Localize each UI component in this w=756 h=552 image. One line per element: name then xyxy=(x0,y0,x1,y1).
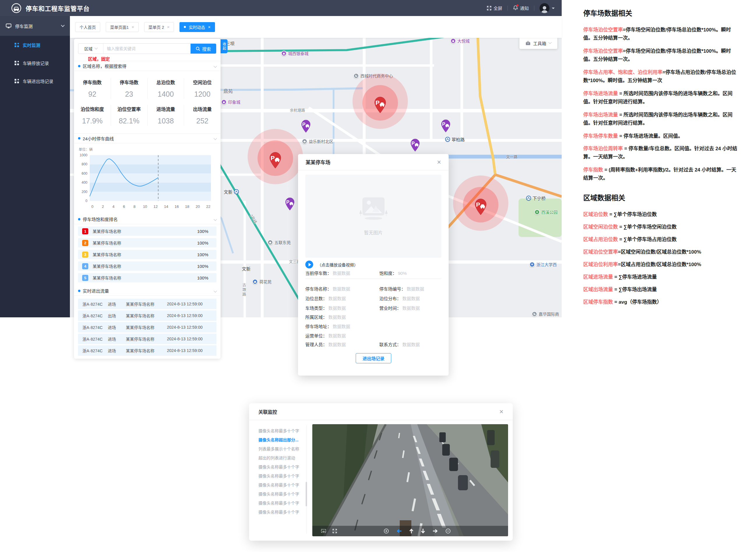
tab-menu-page-1[interactable]: 菜单页面1× xyxy=(106,22,139,32)
flow-row[interactable]: 浙A·8274C进场某某停车场名称2024-8-13 12:59:00 xyxy=(78,299,216,309)
map-poi-cuibailu: 翠柏路 xyxy=(445,136,465,142)
section-realtime-flow[interactable]: 实时进出流量 xyxy=(74,286,221,296)
sidebar-item-entry-exit-records[interactable]: 车辆进出场记录 xyxy=(0,72,70,90)
docs-section-title-parking: 停车场数据相关 xyxy=(583,8,746,18)
close-icon[interactable]: × xyxy=(437,159,441,166)
camera-video-player[interactable] xyxy=(312,424,508,536)
toolbox-button[interactable]: 工具箱 xyxy=(520,38,557,49)
fullscreen-video-icon[interactable] xyxy=(332,529,337,533)
parking-pin-purple[interactable]: P xyxy=(301,120,311,134)
map-poi-chengxiyintai: 城西银泰城 xyxy=(281,50,309,56)
chevron-collapse-icon[interactable] xyxy=(214,64,217,67)
camera-list-item[interactable]: 摄像头名称最多十个字 xyxy=(258,426,307,435)
snapshot-icon[interactable] xyxy=(321,529,326,533)
user-avatar[interactable] xyxy=(540,3,549,13)
docs-panel: 停车场数据相关 停车场泊位空置率=停车场空闲泊位数/停车场总泊位数*100%。瞬… xyxy=(583,8,746,311)
flow-row[interactable]: 浙A·8274C出场某某停车场名称2024-8-13 12:59:00 xyxy=(78,310,216,321)
pan-right-icon[interactable] xyxy=(433,529,438,533)
camera-list-item[interactable]: 超出的列表进行滚动 xyxy=(258,453,307,463)
chart-unit-label: 单位：辆 xyxy=(79,147,216,152)
camera-list-item-active[interactable]: 摄像头名称超出部分... xyxy=(258,435,307,444)
camera-list-item[interactable]: 摄像头名称最多十个字 xyxy=(258,481,307,490)
fullscreen-button[interactable]: 全屏 xyxy=(487,5,502,11)
camera-list-item[interactable]: 摄像头名称最多十个字 xyxy=(258,499,307,508)
parking-pin-red[interactable]: P xyxy=(474,198,488,217)
pan-left-icon[interactable] xyxy=(397,529,402,533)
parking-pin-purple-icon: P xyxy=(440,119,451,133)
ranking-row[interactable]: 4某某停车场名称100% xyxy=(78,261,216,271)
pan-down-icon[interactable] xyxy=(421,528,425,534)
svg-text:22: 22 xyxy=(206,204,210,209)
camera-list-item[interactable]: 列表最多展示十个名称 xyxy=(258,444,307,453)
search-icon xyxy=(196,46,200,51)
svg-text:P: P xyxy=(286,199,289,205)
scrollbar-thumb[interactable] xyxy=(306,482,307,506)
sidebar-item-realtime-monitor[interactable]: 实时监测 xyxy=(0,36,70,54)
tab-home[interactable]: 个人首页 xyxy=(75,22,100,32)
map-poi-dingyuan: 鼎苑 xyxy=(223,87,233,94)
play-icon xyxy=(309,263,311,266)
parking-pin-red-icon: P xyxy=(474,198,488,216)
parking-pin-purple-icon: P xyxy=(285,197,295,211)
chevron-collapse-icon[interactable] xyxy=(214,137,217,140)
play-video-button[interactable] xyxy=(305,261,313,268)
section-dot-icon xyxy=(78,65,80,67)
parking-pin-purple[interactable]: P xyxy=(285,197,295,212)
stats-grid: 停车指数92 停车场数23 总泊位数1400 空闲泊位1200 泊位饱和度17.… xyxy=(74,71,221,133)
doc-entry: 停车场进场流量 = 所选时间范围内该停车场的进场车辆数之和。区间值。针对任意时间… xyxy=(583,90,741,106)
parking-pin-purple[interactable]: P xyxy=(440,119,451,134)
camera-list-item[interactable]: 摄像头名称最多十个字 xyxy=(258,508,307,517)
annotation-region-fixed: 区域，固定 xyxy=(87,55,111,62)
pan-up-icon[interactable] xyxy=(409,528,413,534)
zoom-out-icon[interactable] xyxy=(445,528,451,534)
flow-table: 浙A·8274C进场某某停车场名称2024-8-13 12:59:00 浙A·8… xyxy=(74,296,221,362)
ranking-row[interactable]: 2某某停车场名称100% xyxy=(78,238,216,248)
camera-list-item[interactable]: 摄像头名称最多十个字 xyxy=(258,490,307,499)
svg-text:8: 8 xyxy=(133,204,135,209)
active-dot-icon xyxy=(184,26,186,28)
search-category-select[interactable]: 区域 xyxy=(78,44,103,53)
panel-collapse-button[interactable]: 收起 xyxy=(221,39,227,53)
notification-button[interactable]: 通知 xyxy=(513,5,529,11)
ranking-row[interactable]: 5某某停车场名称100% xyxy=(78,273,216,282)
linked-monitor-modal: 关联监控 × 摄像头名称最多十个字 摄像头名称超出部分... 列表最多展示十个名… xyxy=(249,403,513,541)
avatar-caret-icon[interactable] xyxy=(552,8,555,10)
tab-realtime-active[interactable]: 实时动态× xyxy=(180,22,215,32)
video-control-bar xyxy=(312,526,508,536)
camera-list-item[interactable]: 摄像头名称最多十个字 xyxy=(258,463,307,472)
parking-pin-red-icon: P xyxy=(373,97,387,114)
section-24h-curve[interactable]: 24小时停车曲线 xyxy=(74,133,221,143)
tab-menu-page-2[interactable]: 菜单页 2× xyxy=(144,22,174,32)
section-region-header[interactable]: 区域名称，根据搜索得 xyxy=(74,61,221,71)
chevron-collapse-icon[interactable] xyxy=(214,218,217,221)
field-contact: 联系方式：数据数据 xyxy=(379,341,420,347)
parking-pin-red[interactable]: P xyxy=(268,152,282,170)
doc-entry: 停车场泊位空置率=停车场空闲泊位数/停车场总泊位数*100%。瞬时值。五分钟结算… xyxy=(583,26,741,42)
building-icon xyxy=(532,311,537,317)
ranking-row[interactable]: 3某某停车场名称100% xyxy=(78,250,216,259)
search-input[interactable] xyxy=(103,44,191,53)
sidebar-item-parking-records[interactable]: 车辆停放记录 xyxy=(0,54,70,72)
doc-entry: 区域空闲泊位数 = ∑单个停车场空闲泊位数 xyxy=(583,223,741,231)
ranking-row[interactable]: 1某某停车场名称100% xyxy=(78,227,216,236)
flow-row[interactable]: 浙A·8274C进场某某停车场名称2024-8-13 12:59:00 xyxy=(78,345,216,356)
flow-row[interactable]: 浙A·8274C进场某某停车场名称2024-8-13 12:59:00 xyxy=(78,334,216,344)
close-icon[interactable]: × xyxy=(499,408,504,415)
modal-title: 某某停车场 xyxy=(306,158,330,166)
close-icon[interactable]: × xyxy=(132,24,134,29)
camera-list-item[interactable]: 摄像头名称最多十个字 xyxy=(258,472,307,481)
close-icon[interactable]: × xyxy=(208,24,211,29)
field-lot-type: 车场类型：数据数据 xyxy=(305,305,346,311)
sidebar-group-parking-monitor[interactable]: 停车监测 xyxy=(0,16,70,36)
zoom-in-icon[interactable] xyxy=(384,528,389,534)
mall-icon xyxy=(221,99,227,105)
flow-row[interactable]: 浙A·8274C进场某某停车场名称2024-8-13 12:59:00 xyxy=(78,322,216,332)
parking-pin-red[interactable]: P xyxy=(373,97,387,115)
parking-pin-purple[interactable]: P xyxy=(410,139,420,153)
close-icon[interactable]: × xyxy=(167,24,170,29)
entry-exit-records-button[interactable]: 进出场记录 xyxy=(356,353,391,363)
chevron-collapse-icon[interactable] xyxy=(214,289,217,292)
section-saturation-ranking[interactable]: 停车场饱和度排名 xyxy=(74,214,221,224)
search-button[interactable]: 搜索 xyxy=(191,44,216,53)
svg-text:18: 18 xyxy=(185,204,189,209)
